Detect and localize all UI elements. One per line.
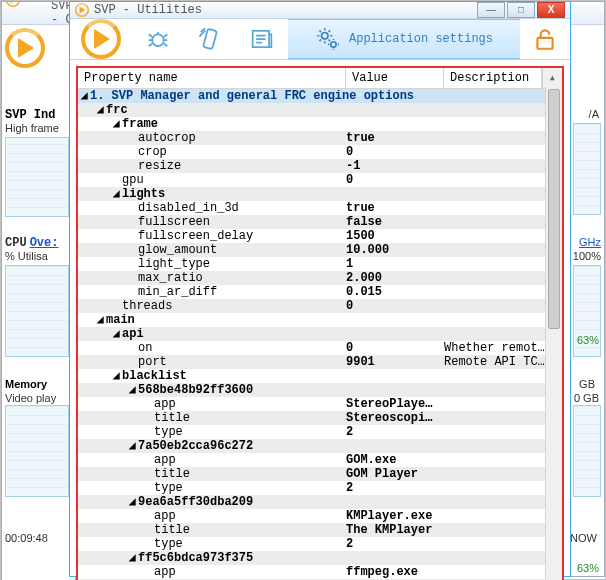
expand-icon[interactable]: ◢ bbox=[110, 117, 122, 131]
column-header-description[interactable]: Description bbox=[444, 68, 542, 88]
property-name: ◢ff5c6bdca973f375 bbox=[78, 551, 346, 565]
toolbar-news-icon[interactable] bbox=[236, 19, 288, 59]
toolbar-bug-icon[interactable] bbox=[132, 19, 184, 59]
tree-group-row[interactable]: ◢7a50eb2cca96c272 bbox=[78, 439, 562, 453]
tree-group-row[interactable]: ◢frc bbox=[78, 103, 562, 117]
property-value[interactable]: 0 bbox=[346, 341, 444, 355]
tree-property-row[interactable]: on0Whether remot… bbox=[78, 341, 562, 355]
expand-icon[interactable]: ◢ bbox=[126, 495, 138, 509]
property-name: ◢9ea6a5ff30dba209 bbox=[78, 495, 346, 509]
property-value[interactable]: 2 bbox=[346, 481, 444, 495]
property-name-text: title bbox=[154, 411, 190, 425]
tree-property-row[interactable]: light_type1 bbox=[78, 257, 562, 271]
expand-icon[interactable]: ◢ bbox=[110, 369, 122, 383]
tree-property-row[interactable]: gpu0 bbox=[78, 173, 562, 187]
tree-property-row[interactable]: threads0 bbox=[78, 299, 562, 313]
titlebar[interactable]: SVP - Utilities — □ X bbox=[70, 2, 570, 19]
tree-property-row[interactable]: appKMPlayer.exe bbox=[78, 509, 562, 523]
scroll-up-button[interactable]: ▴ bbox=[542, 68, 562, 88]
property-value[interactable]: true bbox=[346, 131, 444, 145]
section-header[interactable]: ◢ 1. SVP Manager and general FRC engine … bbox=[78, 89, 562, 103]
tree-group-row[interactable]: ◢blacklist bbox=[78, 369, 562, 383]
grid-header: Property name Value Description ▴ bbox=[78, 68, 562, 89]
expand-icon[interactable]: ◢ bbox=[126, 383, 138, 397]
property-value[interactable]: 0 bbox=[346, 145, 444, 159]
property-value[interactable]: 2 bbox=[346, 425, 444, 439]
property-name-text: autocrop bbox=[138, 131, 196, 145]
tree-group-row[interactable]: ◢frame bbox=[78, 117, 562, 131]
property-name: light_type bbox=[78, 257, 346, 271]
property-value[interactable]: 1 bbox=[346, 257, 444, 271]
expand-icon[interactable]: ◢ bbox=[94, 103, 106, 117]
expand-icon[interactable]: ◢ bbox=[126, 439, 138, 453]
tree-property-row[interactable]: type2 bbox=[78, 481, 562, 495]
grid-rows: ◢ 1. SVP Manager and general FRC engine … bbox=[78, 89, 562, 580]
tree-property-row[interactable]: titleGOM Player bbox=[78, 467, 562, 481]
property-name-text: 9ea6a5ff30dba209 bbox=[138, 495, 253, 509]
tree-group-row[interactable]: ◢568be48b92ff3600 bbox=[78, 383, 562, 397]
property-value[interactable]: 0 bbox=[346, 173, 444, 187]
property-value[interactable]: 10.000 bbox=[346, 243, 444, 257]
property-name: ◢main bbox=[78, 313, 346, 327]
property-value[interactable]: GOM Player bbox=[346, 467, 444, 481]
tree-property-row[interactable]: titleStereoscopi… bbox=[78, 411, 562, 425]
close-button[interactable]: X bbox=[537, 2, 565, 18]
app-logo[interactable] bbox=[70, 19, 132, 59]
tree-property-row[interactable]: appStereoPlaye… bbox=[78, 397, 562, 411]
tree-property-row[interactable]: fullscreenfalse bbox=[78, 215, 562, 229]
property-value[interactable]: -1 bbox=[346, 159, 444, 173]
maximize-button[interactable]: □ bbox=[507, 2, 535, 18]
expand-icon[interactable]: ◢ bbox=[126, 551, 138, 565]
property-value bbox=[346, 103, 444, 117]
property-value[interactable]: GOM.exe bbox=[346, 453, 444, 467]
property-name: type bbox=[78, 425, 346, 439]
tree-property-row[interactable]: disabled_in_3dtrue bbox=[78, 201, 562, 215]
tree-property-row[interactable]: max_ratio2.000 bbox=[78, 271, 562, 285]
tree-property-row[interactable]: fullscreen_delay1500 bbox=[78, 229, 562, 243]
expand-icon[interactable]: ◢ bbox=[110, 327, 122, 341]
tree-property-row[interactable]: min_ar_diff0.015 bbox=[78, 285, 562, 299]
vertical-scrollbar-thumb[interactable] bbox=[548, 89, 560, 329]
tree-property-row[interactable]: appGOM.exe bbox=[78, 453, 562, 467]
toolbar-lock-icon[interactable] bbox=[520, 19, 570, 59]
property-value[interactable]: true bbox=[346, 201, 444, 215]
property-value[interactable]: false bbox=[346, 215, 444, 229]
tree-group-row[interactable]: ◢lights bbox=[78, 187, 562, 201]
column-header-name[interactable]: Property name bbox=[78, 68, 346, 88]
toolbar-settings-tab[interactable]: Application settings bbox=[288, 19, 520, 59]
tree-property-row[interactable]: appffmpeg.exe bbox=[78, 565, 562, 579]
tree-property-row[interactable]: crop0 bbox=[78, 145, 562, 159]
property-value[interactable]: Stereoscopi… bbox=[346, 411, 444, 425]
property-value[interactable]: 1500 bbox=[346, 229, 444, 243]
property-value[interactable]: StereoPlaye… bbox=[346, 397, 444, 411]
tree-group-row[interactable]: ◢api bbox=[78, 327, 562, 341]
tree-property-row[interactable]: type2 bbox=[78, 425, 562, 439]
tree-property-row[interactable]: resize-1 bbox=[78, 159, 562, 173]
tree-group-row[interactable]: ◢ff5c6bdca973f375 bbox=[78, 551, 562, 565]
property-value[interactable]: The KMPlayer bbox=[346, 523, 444, 537]
expand-icon[interactable]: ◢ bbox=[94, 313, 106, 327]
tree-property-row[interactable]: autocroptrue bbox=[78, 131, 562, 145]
expand-icon[interactable]: ◢ bbox=[110, 187, 122, 201]
tree-property-row[interactable]: port9901Remote API TC… bbox=[78, 355, 562, 369]
property-value[interactable]: ffmpeg.exe bbox=[346, 565, 444, 579]
minimize-button[interactable]: — bbox=[477, 2, 505, 18]
bg-label: 63% bbox=[577, 333, 599, 347]
expand-icon[interactable]: ◢ bbox=[78, 89, 90, 103]
property-value[interactable]: 0.015 bbox=[346, 285, 444, 299]
property-value[interactable]: 2.000 bbox=[346, 271, 444, 285]
column-header-value[interactable]: Value bbox=[346, 68, 444, 88]
property-name: gpu bbox=[78, 173, 346, 187]
property-value[interactable]: KMPlayer.exe bbox=[346, 509, 444, 523]
tree-group-row[interactable]: ◢main bbox=[78, 313, 562, 327]
vertical-scrollbar[interactable] bbox=[545, 87, 562, 580]
tree-property-row[interactable]: glow_amount10.000 bbox=[78, 243, 562, 257]
property-value[interactable]: 2 bbox=[346, 537, 444, 551]
main-window: SVP - Utilities — □ X bbox=[69, 1, 571, 577]
tree-group-row[interactable]: ◢9ea6a5ff30dba209 bbox=[78, 495, 562, 509]
tree-property-row[interactable]: titleThe KMPlayer bbox=[78, 523, 562, 537]
property-value[interactable]: 0 bbox=[346, 299, 444, 313]
tree-property-row[interactable]: type2 bbox=[78, 537, 562, 551]
toolbar-remote-icon[interactable] bbox=[184, 19, 236, 59]
property-value[interactable]: 9901 bbox=[346, 355, 444, 369]
